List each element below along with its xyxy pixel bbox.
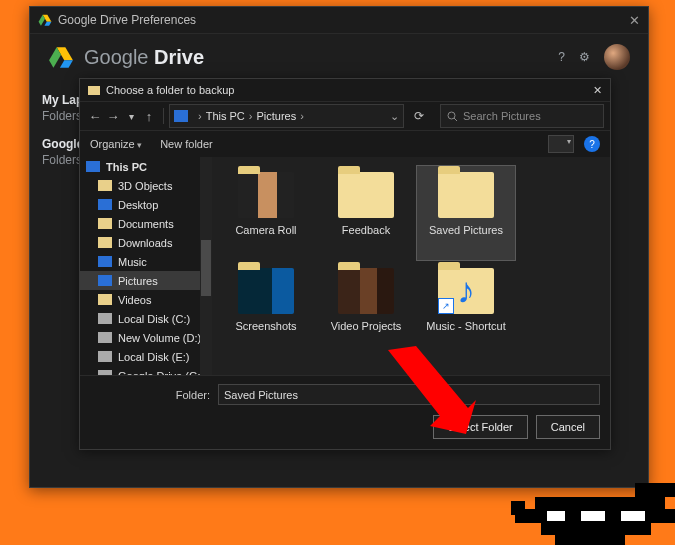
- tree-item[interactable]: Music: [80, 252, 212, 271]
- folder-item[interactable]: Saved Pictures: [416, 165, 516, 261]
- svg-marker-1: [44, 22, 51, 26]
- help-icon[interactable]: ?: [584, 136, 600, 152]
- tree-item[interactable]: Videos: [80, 290, 212, 309]
- tree-item[interactable]: Local Disk (C:): [80, 309, 212, 328]
- tree-this-pc[interactable]: This PC: [80, 157, 212, 176]
- chevron-down-icon[interactable]: ⌄: [390, 110, 399, 123]
- tree-item[interactable]: Pictures: [80, 271, 212, 290]
- close-icon[interactable]: ✕: [593, 84, 602, 97]
- tree-item[interactable]: Google Drive (G:): [80, 366, 212, 375]
- drive-icon: [38, 13, 52, 27]
- forward-button[interactable]: →: [104, 109, 122, 124]
- gear-icon[interactable]: ⚙: [579, 50, 590, 64]
- nav-bar: ← → ▾ ↑ › This PC › Pictures › ⌄ ⟳ Searc…: [80, 101, 610, 131]
- help-icon[interactable]: ?: [558, 50, 565, 64]
- folder-item[interactable]: Screenshots: [216, 261, 316, 357]
- select-folder-button[interactable]: Select Folder: [433, 415, 528, 439]
- prefs-title: Google Drive Preferences: [58, 13, 196, 27]
- picker-titlebar: Choose a folder to backup ✕: [80, 79, 610, 101]
- folder-icon: [88, 84, 100, 96]
- crumb-pictures[interactable]: Pictures: [256, 110, 296, 122]
- tree-item[interactable]: Local Disk (E:): [80, 347, 212, 366]
- brand: Google Drive: [84, 46, 204, 69]
- back-button[interactable]: ←: [86, 109, 104, 124]
- nav-tree[interactable]: This PC 3D ObjectsDesktopDocumentsDownlo…: [80, 157, 212, 375]
- folder-item[interactable]: Video Projects: [316, 261, 416, 357]
- search-icon: [447, 111, 458, 122]
- toolbar: Organize New folder ?: [80, 131, 610, 157]
- svg-point-7: [448, 112, 455, 119]
- up-button[interactable]: ↑: [140, 109, 158, 124]
- tree-item[interactable]: Downloads: [80, 233, 212, 252]
- picker-footer: Folder: Select Folder Cancel: [80, 375, 610, 449]
- search-input[interactable]: Search Pictures: [440, 104, 604, 128]
- new-folder-button[interactable]: New folder: [160, 138, 213, 150]
- avatar[interactable]: [604, 44, 630, 70]
- scrollbar-thumb[interactable]: [201, 240, 211, 296]
- prefs-titlebar: Google Drive Preferences ✕: [30, 7, 648, 34]
- pc-icon: [174, 110, 188, 122]
- picker-title: Choose a folder to backup: [106, 84, 234, 96]
- folder-grid[interactable]: Camera RollFeedbackSaved PicturesScreens…: [212, 157, 610, 375]
- svg-marker-4: [60, 60, 73, 68]
- cancel-button[interactable]: Cancel: [536, 415, 600, 439]
- folder-item[interactable]: ♪↗Music - Shortcut: [416, 261, 516, 357]
- tree-item[interactable]: Desktop: [80, 195, 212, 214]
- recent-button[interactable]: ▾: [122, 111, 140, 122]
- folder-label: Folder:: [90, 389, 218, 401]
- tree-item[interactable]: New Volume (D:): [80, 328, 212, 347]
- refresh-button[interactable]: ⟳: [408, 109, 430, 123]
- svg-line-8: [454, 118, 457, 121]
- close-icon[interactable]: ✕: [629, 13, 640, 28]
- svg-rect-6: [88, 86, 100, 95]
- folder-picker-dialog: Choose a folder to backup ✕ ← → ▾ ↑ › Th…: [79, 78, 611, 450]
- crumb-this-pc[interactable]: This PC: [206, 110, 245, 122]
- view-options-button[interactable]: [548, 135, 574, 153]
- folder-item[interactable]: Camera Roll: [216, 165, 316, 261]
- organize-menu[interactable]: Organize: [90, 138, 142, 150]
- folder-item[interactable]: Feedback: [316, 165, 416, 261]
- scrollbar[interactable]: [200, 157, 212, 375]
- breadcrumb[interactable]: › This PC › Pictures › ⌄: [169, 104, 404, 128]
- pixel-decoration: [475, 465, 675, 545]
- tree-item[interactable]: 3D Objects: [80, 176, 212, 195]
- drive-icon: [48, 44, 74, 70]
- folder-input[interactable]: [218, 384, 600, 405]
- prefs-header: Google Drive ? ⚙: [30, 34, 648, 78]
- tree-item[interactable]: Documents: [80, 214, 212, 233]
